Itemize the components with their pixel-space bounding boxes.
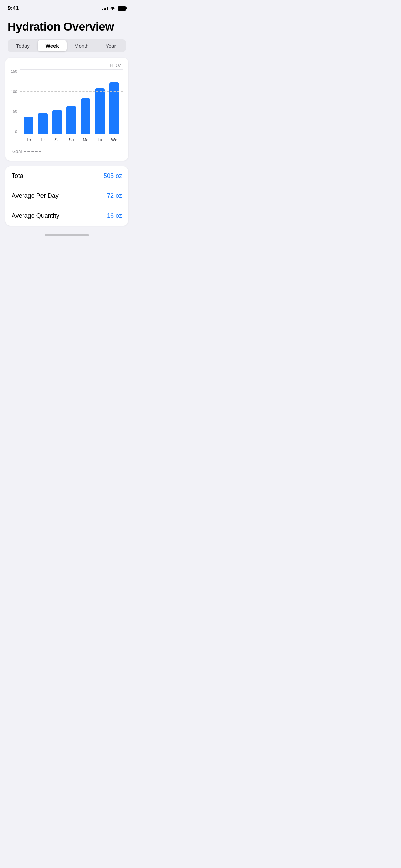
x-label-sa: Sa — [50, 137, 64, 142]
bars-row — [20, 69, 123, 134]
y-label-150: 150 — [11, 69, 17, 73]
status-bar: 9:41 — [0, 0, 134, 14]
x-label-mo: Mo — [78, 137, 93, 142]
x-label-we: We — [107, 137, 121, 142]
tab-month[interactable]: Month — [67, 40, 96, 51]
chart-area: 150 100 50 0 ThFrSaSuMoTuWe — [11, 69, 123, 145]
bar-col-mo — [78, 69, 93, 134]
grid-line-50 — [20, 112, 123, 112]
signal-icon — [102, 6, 108, 10]
chart-unit-label: FL OZ — [11, 63, 123, 68]
stats-card: Total505 ozAverage Per Day72 ozAverage Q… — [5, 166, 128, 226]
bar-mo — [81, 98, 90, 134]
bar-col-sa — [50, 69, 64, 134]
stat-row-2: Average Quantity16 oz — [5, 206, 128, 226]
chart-y-axis: 150 100 50 0 — [11, 69, 20, 145]
page-title-section: Hydration Overview — [0, 14, 134, 37]
x-label-su: Su — [64, 137, 78, 142]
y-label-0: 0 — [15, 130, 17, 134]
stat-row-1: Average Per Day72 oz — [5, 186, 128, 206]
bar-tu — [95, 88, 105, 134]
tab-year[interactable]: Year — [96, 40, 126, 51]
y-label-50: 50 — [13, 109, 17, 113]
tab-today[interactable]: Today — [8, 40, 38, 51]
bar-fr — [38, 113, 48, 134]
chart-x-axis: ThFrSaSuMoTuWe — [20, 135, 123, 145]
bar-col-we — [107, 69, 121, 134]
stat-value-1: 72 oz — [107, 192, 122, 200]
bar-th — [24, 117, 33, 134]
stat-value-0: 505 oz — [104, 172, 122, 180]
goal-dash-indicator — [24, 151, 41, 152]
bar-we — [109, 82, 119, 134]
bar-col-su — [64, 69, 78, 134]
y-label-100: 100 — [11, 89, 17, 94]
time-range-selector[interactable]: Today Week Month Year — [8, 39, 126, 52]
home-indicator — [0, 231, 134, 238]
bar-sa — [52, 110, 62, 134]
bar-col-fr — [36, 69, 50, 134]
wifi-icon — [110, 6, 116, 11]
chart-bars-area: ThFrSaSuMoTuWe — [20, 69, 123, 145]
grid-line-0 — [20, 134, 123, 134]
stat-label-0: Total — [12, 172, 25, 180]
home-bar — [45, 234, 89, 236]
chart-card: FL OZ 150 100 50 0 ThFrSaSuMoTuWe Goal — [5, 58, 128, 161]
tab-week[interactable]: Week — [38, 40, 67, 51]
grid-line-150 — [20, 69, 123, 70]
status-icons — [102, 6, 126, 11]
page-title: Hydration Overview — [8, 20, 126, 33]
stat-row-0: Total505 oz — [5, 166, 128, 186]
goal-label: Goal — [12, 149, 22, 154]
bar-col-th — [21, 69, 36, 134]
stat-label-2: Average Quantity — [12, 212, 59, 219]
stat-value-2: 16 oz — [107, 212, 122, 219]
x-label-th: Th — [21, 137, 36, 142]
bar-su — [66, 106, 76, 134]
bar-col-tu — [93, 69, 107, 134]
goal-line — [20, 91, 123, 92]
x-label-fr: Fr — [36, 137, 50, 142]
stat-label-1: Average Per Day — [12, 192, 59, 200]
goal-legend: Goal — [11, 149, 123, 154]
battery-icon — [118, 6, 126, 11]
x-label-tu: Tu — [93, 137, 107, 142]
status-time: 9:41 — [8, 5, 19, 12]
